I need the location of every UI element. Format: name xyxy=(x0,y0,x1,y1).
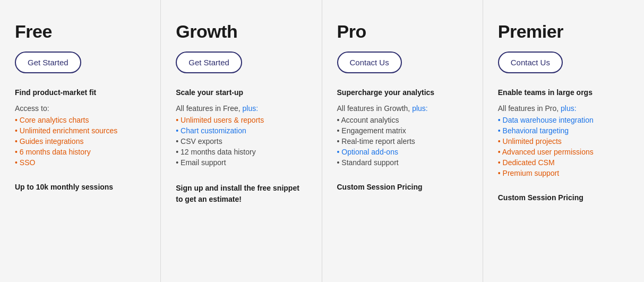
plan-footer-free: Up to 10k monthly sessions xyxy=(15,183,145,191)
plan-features-pro: Account analyticsEngagement matrixReal-t… xyxy=(337,116,468,169)
feature-item-premier-3: Advanced user permissions xyxy=(498,148,629,156)
plan-tagline-free: Find product-market fit xyxy=(15,88,145,97)
plan-footer-pro: Custom Session Pricing xyxy=(337,183,468,191)
feature-item-premier-1: Behavioral targeting xyxy=(498,126,629,135)
feature-item-pro-3: Optional add-ons xyxy=(337,148,468,156)
plan-access-label-free: Access to: xyxy=(15,104,145,113)
plan-button-free[interactable]: Get Started xyxy=(15,52,81,73)
plan-button-growth[interactable]: Get Started xyxy=(176,52,242,73)
feature-item-free-0: Core analytics charts xyxy=(15,116,145,124)
plan-access-label-pro: All features in Growth, plus: xyxy=(337,104,468,113)
plan-tagline-premier: Enable teams in large orgs xyxy=(498,88,629,97)
feature-item-pro-4: Standard support xyxy=(337,158,468,167)
feature-item-free-4: SSO xyxy=(15,158,145,167)
feature-item-pro-2: Real-time report alerts xyxy=(337,137,468,146)
feature-item-growth-2: CSV exports xyxy=(176,137,306,146)
plan-footer-note-growth: Sign up and install the free snippet to … xyxy=(176,183,306,205)
plan-name-growth: Growth xyxy=(176,21,306,42)
feature-item-premier-4: Dedicated CSM xyxy=(498,158,629,167)
feature-item-premier-2: Unlimited projects xyxy=(498,137,629,146)
plan-column-free: FreeGet StartedFind product-market fitAc… xyxy=(0,0,161,282)
feature-item-growth-3: 12 months data history xyxy=(176,148,306,156)
plan-features-growth: Unlimited users & reportsChart customiza… xyxy=(176,116,306,169)
feature-item-free-3: 6 months data history xyxy=(15,148,145,156)
feature-item-pro-0: Account analytics xyxy=(337,116,468,124)
feature-item-growth-4: Email support xyxy=(176,158,306,167)
plan-column-premier: PremierContact UsEnable teams in large o… xyxy=(483,0,644,282)
pricing-grid: FreeGet StartedFind product-market fitAc… xyxy=(0,0,644,282)
plan-name-pro: Pro xyxy=(337,21,468,42)
feature-item-growth-0: Unlimited users & reports xyxy=(176,116,306,124)
plan-name-free: Free xyxy=(15,21,145,42)
feature-item-premier-0: Data warehouse integration xyxy=(498,116,629,124)
feature-item-free-1: Unlimited enrichment sources xyxy=(15,126,145,135)
feature-item-pro-1: Engagement matrix xyxy=(337,126,468,135)
plan-access-label-growth: All features in Free, plus: xyxy=(176,104,306,113)
plan-button-premier[interactable]: Contact Us xyxy=(498,52,563,73)
plan-name-premier: Premier xyxy=(498,21,629,42)
plan-tagline-pro: Supercharge your analytics xyxy=(337,88,468,97)
plan-column-growth: GrowthGet StartedScale your start-upAll … xyxy=(161,0,322,282)
feature-item-growth-1: Chart customization xyxy=(176,126,306,135)
feature-item-premier-5: Premium support xyxy=(498,169,629,177)
plan-features-free: Core analytics chartsUnlimited enrichmen… xyxy=(15,116,145,169)
plan-access-label-premier: All features in Pro, plus: xyxy=(498,104,629,113)
plan-features-premier: Data warehouse integrationBehavioral tar… xyxy=(498,116,629,180)
feature-item-free-2: Guides integrations xyxy=(15,137,145,146)
plan-button-pro[interactable]: Contact Us xyxy=(337,52,402,73)
plan-tagline-growth: Scale your start-up xyxy=(176,88,306,97)
plan-column-pro: ProContact UsSupercharge your analyticsA… xyxy=(322,0,483,282)
plan-footer-premier: Custom Session Pricing xyxy=(498,193,629,202)
